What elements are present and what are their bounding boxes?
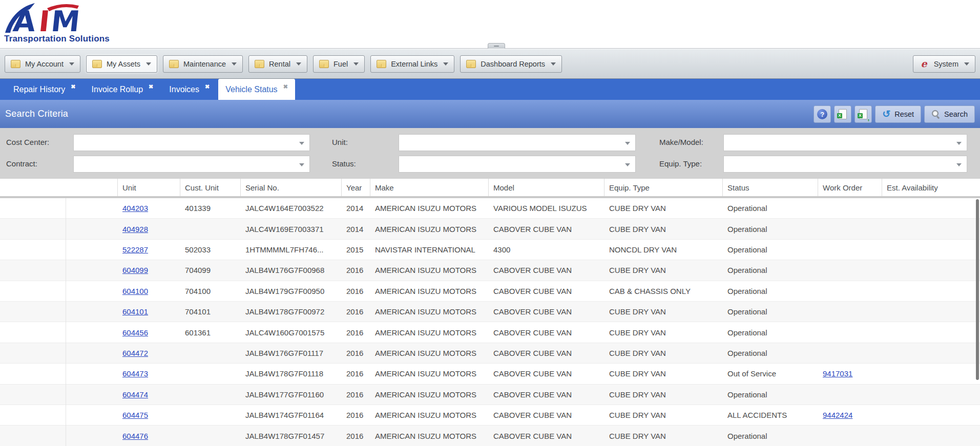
menu-system[interactable]: System xyxy=(913,55,975,73)
make-model-input[interactable] xyxy=(724,135,956,151)
cell-model: VARIOUS MODEL ISUZUS xyxy=(489,204,604,213)
cell-equip-type: CUBE DRY VAN xyxy=(604,204,723,213)
table-row[interactable]: 604475JALB4W174G7F011642016AMERICAN ISUZ… xyxy=(0,405,980,426)
column-header-status[interactable]: Status xyxy=(723,179,818,196)
chevron-down-icon[interactable] xyxy=(625,142,630,145)
cell-status: Operational xyxy=(723,225,818,233)
unit-input[interactable] xyxy=(399,135,625,151)
help-button[interactable] xyxy=(814,105,831,123)
table-row[interactable]: 604472JALB4W176G7F011172016AMERICAN ISUZ… xyxy=(0,343,980,364)
table-row[interactable]: 404928JALC4W169E70033712014AMERICAN ISUZ… xyxy=(0,219,980,239)
status-input[interactable] xyxy=(399,156,625,172)
cost-center-combo[interactable] xyxy=(73,134,310,151)
chevron-down-icon[interactable] xyxy=(299,163,304,166)
cell-equip-type: CAB & CHASSIS ONLY xyxy=(604,287,723,295)
menu-my-assets[interactable]: My Assets xyxy=(86,55,157,73)
cost-center-input[interactable] xyxy=(74,135,299,151)
menubar: My Account My Assets Maintenance Rental … xyxy=(0,49,980,79)
folder-icon xyxy=(11,60,20,68)
menu-external-links[interactable]: External Links xyxy=(370,55,454,73)
contract-input[interactable] xyxy=(74,156,299,172)
table-row[interactable]: 604474JALB4W177G7F011602016AMERICAN ISUZ… xyxy=(0,385,980,405)
chevron-down-icon[interactable] xyxy=(625,163,630,166)
column-header-unit[interactable]: Unit xyxy=(118,179,180,196)
cell-unit-link[interactable]: 604100 xyxy=(122,287,148,295)
equip-type-input[interactable] xyxy=(724,156,956,172)
chevron-down-icon xyxy=(443,62,448,66)
menu-fuel[interactable]: Fuel xyxy=(313,55,365,73)
close-icon[interactable] xyxy=(283,81,288,91)
status-combo[interactable] xyxy=(399,156,636,173)
make-model-combo[interactable] xyxy=(723,134,967,151)
menu-dashboard-reports[interactable]: Dashboard Reports xyxy=(460,55,562,73)
vertical-scrollbar-thumb[interactable] xyxy=(976,199,979,380)
column-header-equip-type[interactable]: Equip. Type xyxy=(604,179,723,196)
chevron-down-icon[interactable] xyxy=(299,142,304,145)
cell-unit-link[interactable]: 522287 xyxy=(122,245,148,254)
cell-unit-link[interactable]: 604101 xyxy=(122,307,148,316)
cell-unit-link[interactable]: 604472 xyxy=(122,349,148,357)
reset-button[interactable]: ↺ Reset xyxy=(875,105,921,123)
cell-model: CABOVER CUBE VAN xyxy=(489,432,604,440)
equip-type-combo[interactable] xyxy=(723,156,967,173)
cell-unit-link[interactable]: 404203 xyxy=(122,204,148,213)
cell-model: 4300 xyxy=(489,245,604,254)
table-row[interactable]: 5222875020331HTMMMML7FH746...2015NAVISTA… xyxy=(0,240,980,260)
logo-letter-a: A xyxy=(12,5,38,34)
export-excel-button[interactable] xyxy=(834,105,851,123)
chevron-down-icon[interactable] xyxy=(956,142,962,145)
close-icon[interactable] xyxy=(149,81,153,91)
column-header-year[interactable]: Year xyxy=(342,179,370,196)
table-row[interactable]: 604476JALB4W178G7F014572016AMERICAN ISUZ… xyxy=(0,426,980,446)
cell-unit-link[interactable]: 604099 xyxy=(122,266,148,274)
aim-logo: A I M Transportation Solutions xyxy=(4,2,114,44)
cell-unit-link[interactable]: 604456 xyxy=(122,328,148,337)
cell-unit-link[interactable]: 604476 xyxy=(122,432,148,440)
tab-repair-history[interactable]: Repair History xyxy=(6,79,83,100)
menu-rental[interactable]: Rental xyxy=(248,55,307,73)
column-header-model[interactable]: Model xyxy=(489,179,604,196)
contract-combo[interactable] xyxy=(73,156,310,173)
search-button[interactable]: Search xyxy=(924,105,975,123)
close-icon[interactable] xyxy=(71,81,75,91)
cell-model: CABOVER CUBE VAN xyxy=(489,411,604,419)
column-header-work-order[interactable]: Work Order xyxy=(818,179,882,196)
unit-label: Unit: xyxy=(332,138,348,146)
cell-unit-link[interactable]: 604475 xyxy=(122,411,148,419)
cell-work-order-link[interactable]: 9442424 xyxy=(823,411,852,419)
unit-combo[interactable] xyxy=(399,134,636,151)
cell-work-order: 9442424 xyxy=(818,411,882,419)
close-icon[interactable] xyxy=(205,81,210,91)
table-row[interactable]: 604099704099JALB4W176G7F009682016AMERICA… xyxy=(0,260,980,281)
column-header-est-availability[interactable]: Est. Availability xyxy=(882,179,980,196)
cell-unit-link[interactable]: 604474 xyxy=(122,390,148,399)
cell-unit-link[interactable]: 404928 xyxy=(122,225,148,233)
export-excel-csv-button[interactable] xyxy=(854,105,872,123)
tab-vehicle-status[interactable]: Vehicle Status xyxy=(218,79,295,100)
tab-invoices[interactable]: Invoices xyxy=(162,79,217,100)
column-header-cust-unit[interactable]: Cust. Unit xyxy=(180,179,241,196)
table-row[interactable]: 604101704101JALB4W178G7F009722016AMERICA… xyxy=(0,302,980,322)
column-header-make[interactable]: Make xyxy=(370,179,489,196)
chevron-down-icon[interactable] xyxy=(956,163,962,166)
frozen-column-separator xyxy=(66,198,66,446)
menu-maintenance[interactable]: Maintenance xyxy=(163,55,243,73)
column-header-serial-no[interactable]: Serial No. xyxy=(241,179,342,196)
table-row[interactable]: 604100704100JALB4W179G7F009502016AMERICA… xyxy=(0,281,980,302)
table-row[interactable]: 604473JALB4W178G7F011182016AMERICAN ISUZ… xyxy=(0,364,980,384)
cell-equip-type: CUBE DRY VAN xyxy=(604,307,723,316)
table-row[interactable]: 404203401339JALC4W164E70035222014AMERICA… xyxy=(0,198,980,219)
cell-unit-link[interactable]: 604473 xyxy=(122,369,148,378)
cell-status: Operational xyxy=(723,328,818,337)
collapse-handle[interactable] xyxy=(488,43,505,49)
tab-invoice-rollup[interactable]: Invoice Rollup xyxy=(85,79,161,100)
cell-make: AMERICAN ISUZU MOTORS xyxy=(370,287,489,295)
filter-panel: Cost Center: Contract: Unit: Status: Mak… xyxy=(0,128,980,178)
cell-unit: 604476 xyxy=(118,432,180,440)
menu-my-account[interactable]: My Account xyxy=(5,55,80,73)
cell-serial-no: JALB4W178G7F01457 xyxy=(241,432,342,440)
cell-equip-type: CUBE DRY VAN xyxy=(604,349,723,357)
table-row[interactable]: 604456601361JALC4W160G70015752016AMERICA… xyxy=(0,322,980,343)
cell-status: Operational xyxy=(723,204,818,213)
cell-work-order-link[interactable]: 9417031 xyxy=(823,369,852,378)
